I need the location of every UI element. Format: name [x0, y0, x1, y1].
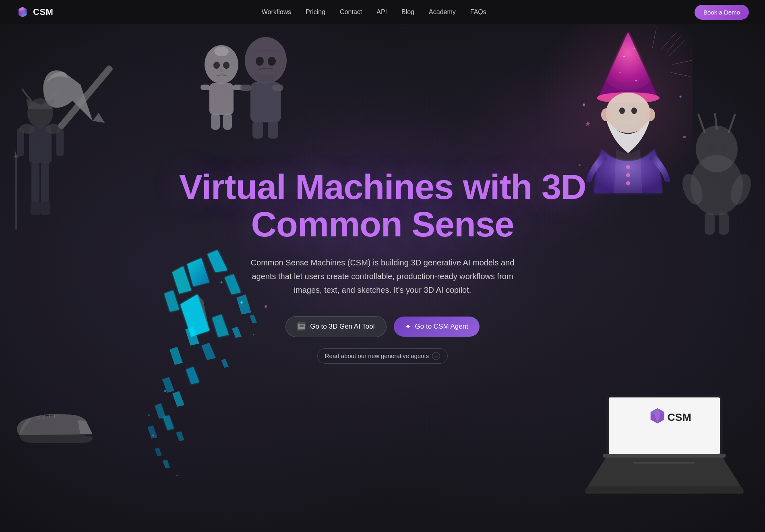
hero-subtitle: Common Sense Machines (CSM) is building …	[246, 256, 519, 297]
svg-marker-84	[147, 425, 157, 439]
nav-item-pricing[interactable]: Pricing	[306, 8, 325, 15]
svg-point-29	[620, 72, 621, 73]
go-to-3d-tool-label: Go to 3D Gen AI Tool	[310, 323, 374, 331]
svg-point-14	[268, 57, 276, 66]
generative-agents-link[interactable]: Read about our new generative agents →	[317, 348, 448, 364]
svg-marker-43	[585, 121, 591, 126]
logo-icon	[16, 6, 29, 19]
laptop-decoration: CSM	[584, 387, 745, 508]
svg-point-27	[623, 56, 625, 57]
svg-point-35	[645, 108, 655, 121]
svg-rect-62	[705, 213, 715, 235]
svg-point-30	[635, 80, 637, 81]
svg-point-36	[626, 165, 630, 169]
svg-rect-54	[31, 201, 40, 215]
svg-rect-17	[272, 85, 283, 91]
svg-point-34	[601, 108, 611, 121]
sparkle-icon: ✦	[405, 322, 411, 331]
svg-line-23	[666, 36, 680, 52]
nav-links: Workflows Pricing Contact API Blog Acade…	[262, 8, 486, 16]
svg-rect-53	[41, 162, 49, 202]
warrior-decoration	[0, 89, 81, 250]
svg-line-25	[660, 32, 676, 50]
nav-item-academy[interactable]: Academy	[429, 8, 456, 15]
svg-rect-104	[609, 397, 720, 454]
hero-section: CSM Virtual Machines with 3D Common Sens…	[0, 0, 765, 532]
svg-rect-51	[15, 157, 17, 230]
svg-rect-7	[209, 83, 234, 115]
svg-point-4	[213, 62, 220, 69]
nav-item-contact[interactable]: Contact	[340, 8, 362, 15]
svg-point-58	[706, 144, 714, 153]
svg-rect-63	[719, 213, 729, 235]
svg-rect-8	[201, 85, 210, 90]
hero-content: Virtual Machines with 3D Common Sense Co…	[161, 168, 604, 364]
svg-point-101	[176, 475, 178, 476]
svg-rect-48	[17, 128, 24, 156]
book-demo-button[interactable]: Book a Demo	[695, 5, 749, 20]
svg-marker-83	[163, 415, 174, 430]
link-arrow-icon: →	[432, 352, 440, 360]
svg-point-28	[634, 48, 635, 49]
go-to-csm-agent-label: Go to CSM Agent	[415, 323, 468, 331]
svg-line-20	[668, 40, 684, 56]
svg-point-38	[626, 181, 630, 185]
svg-marker-80	[162, 377, 174, 393]
svg-point-33	[631, 108, 637, 114]
svg-line-21	[672, 60, 692, 64]
navbar: CSM Workflows Pricing Contact API Blog A…	[0, 0, 765, 24]
svg-rect-103	[603, 454, 726, 458]
svg-rect-16	[240, 85, 251, 91]
svg-rect-18	[252, 121, 263, 139]
svg-point-41	[579, 164, 581, 166]
svg-point-100	[152, 435, 154, 437]
figurines-decoration	[173, 32, 310, 145]
nav-item-blog[interactable]: Blog	[401, 8, 414, 15]
svg-marker-89	[155, 447, 162, 456]
svg-rect-11	[223, 114, 232, 130]
svg-line-22	[670, 72, 691, 77]
svg-rect-113	[300, 325, 304, 327]
svg-rect-49	[56, 128, 64, 156]
svg-text:CSM: CSM	[668, 411, 691, 423]
svg-rect-10	[211, 114, 220, 130]
svg-rect-112	[298, 328, 305, 329]
svg-point-97	[164, 390, 166, 392]
svg-point-59	[720, 144, 728, 153]
svg-marker-88	[176, 431, 184, 441]
svg-marker-82	[155, 403, 166, 419]
svg-line-67	[54, 414, 55, 418]
go-to-csm-agent-button[interactable]: ✦ Go to CSM Agent	[394, 317, 480, 337]
svg-line-24	[652, 28, 656, 48]
svg-marker-90	[163, 460, 170, 468]
hero-buttons: Go to 3D Gen AI Tool ✦ Go to CSM Agent	[285, 316, 480, 337]
tool-icon	[297, 322, 306, 331]
shoe-decoration	[12, 387, 101, 451]
svg-marker-81	[172, 391, 184, 407]
logo-text: CSM	[33, 7, 53, 17]
svg-marker-79	[186, 367, 199, 384]
nav-item-faqs[interactable]: FAQs	[470, 8, 486, 15]
nav-item-api[interactable]: API	[376, 8, 387, 15]
svg-point-40	[680, 96, 682, 98]
svg-rect-19	[268, 121, 278, 139]
svg-point-6	[220, 69, 223, 72]
svg-point-5	[223, 62, 229, 69]
generative-agents-link-label: Read about our new generative agents	[325, 352, 429, 359]
svg-point-39	[583, 104, 585, 106]
go-to-3d-tool-button[interactable]: Go to 3D Gen AI Tool	[285, 316, 386, 337]
svg-point-98	[148, 414, 150, 416]
svg-rect-55	[40, 201, 50, 215]
svg-point-13	[256, 57, 264, 66]
svg-point-32	[619, 108, 625, 114]
svg-rect-110	[634, 462, 695, 464]
logo[interactable]: CSM	[16, 6, 53, 19]
svg-point-3	[214, 47, 229, 56]
nav-item-workflows[interactable]: Workflows	[262, 8, 292, 15]
hero-title: Virtual Machines with 3D Common Sense	[177, 168, 588, 243]
monster-decoration	[672, 113, 761, 242]
svg-rect-52	[31, 162, 39, 202]
svg-point-37	[626, 173, 630, 177]
svg-point-57	[696, 126, 738, 172]
